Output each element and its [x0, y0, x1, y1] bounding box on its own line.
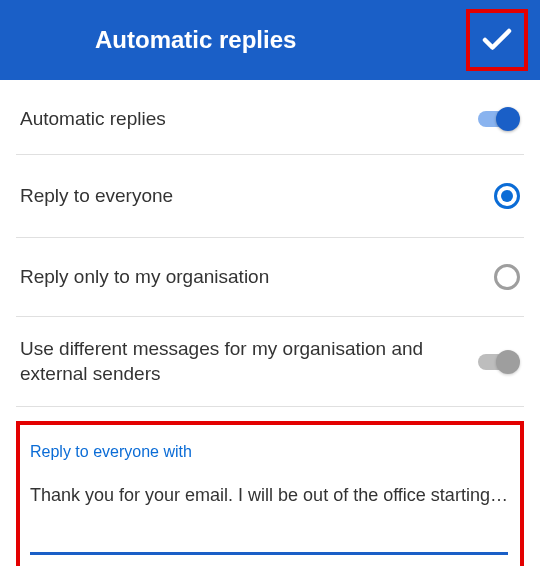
- checkmark-icon: [479, 22, 515, 58]
- message-input[interactable]: Thank you for your email. I will be out …: [30, 485, 510, 506]
- reply-everyone-label: Reply to everyone: [20, 184, 494, 209]
- reply-org-radio[interactable]: [494, 264, 520, 290]
- confirm-button[interactable]: [466, 9, 528, 71]
- page-title: Automatic replies: [95, 26, 296, 54]
- auto-replies-row: Automatic replies: [16, 80, 524, 155]
- reply-org-row: Reply only to my organisation: [16, 238, 524, 317]
- different-messages-toggle[interactable]: [474, 349, 520, 375]
- message-label: Reply to everyone with: [30, 443, 510, 461]
- auto-replies-toggle[interactable]: [474, 106, 520, 132]
- different-messages-label: Use different messages for my organisati…: [20, 337, 474, 386]
- input-underline: [30, 552, 508, 555]
- reply-everyone-row: Reply to everyone: [16, 155, 524, 238]
- auto-replies-label: Automatic replies: [20, 107, 474, 132]
- app-header: Automatic replies: [0, 0, 540, 80]
- settings-content: Automatic replies Reply to everyone Repl…: [0, 80, 540, 566]
- reply-everyone-radio[interactable]: [494, 183, 520, 209]
- message-section: Reply to everyone with Thank you for you…: [16, 421, 524, 566]
- different-messages-row: Use different messages for my organisati…: [16, 317, 524, 407]
- toggle-thumb: [496, 350, 520, 374]
- toggle-thumb: [496, 107, 520, 131]
- reply-org-label: Reply only to my organisation: [20, 265, 494, 290]
